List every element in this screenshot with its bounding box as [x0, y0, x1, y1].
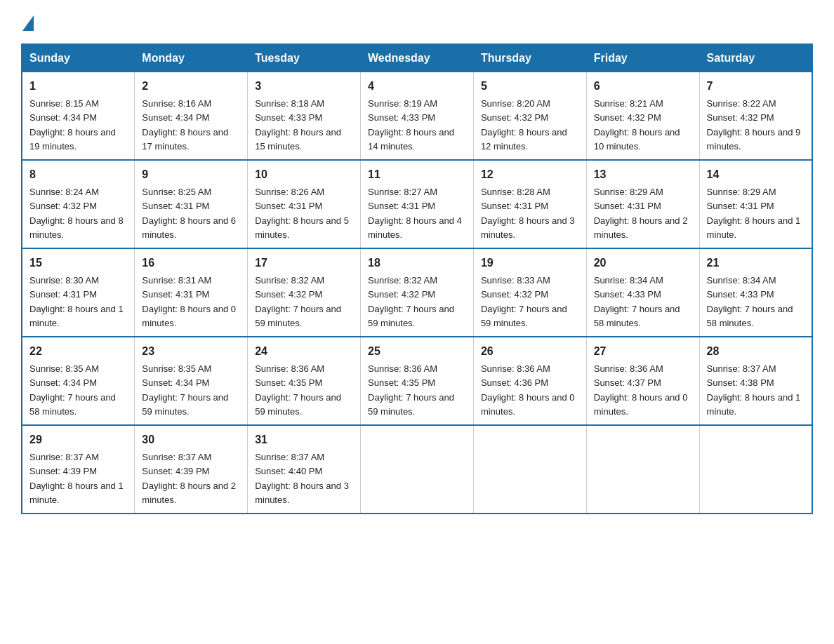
logo	[21, 14, 34, 31]
day-number: 29	[29, 431, 127, 448]
calendar-cell: 25Sunrise: 8:36 AMSunset: 4:35 PMDayligh…	[361, 337, 474, 425]
day-number: 5	[481, 78, 579, 95]
calendar-cell: 3Sunrise: 8:18 AMSunset: 4:33 PMDaylight…	[248, 72, 361, 161]
day-number: 27	[594, 343, 692, 360]
calendar-week-row: 8Sunrise: 8:24 AMSunset: 4:32 PMDaylight…	[22, 160, 812, 248]
day-info: Sunrise: 8:21 AMSunset: 4:32 PMDaylight:…	[594, 98, 680, 152]
day-number: 10	[255, 166, 353, 183]
day-number: 25	[368, 343, 466, 360]
calendar-cell: 10Sunrise: 8:26 AMSunset: 4:31 PMDayligh…	[248, 160, 361, 248]
calendar-week-row: 22Sunrise: 8:35 AMSunset: 4:34 PMDayligh…	[22, 337, 812, 425]
calendar-cell: 7Sunrise: 8:22 AMSunset: 4:32 PMDaylight…	[699, 72, 812, 161]
day-number: 2	[142, 78, 240, 95]
day-info: Sunrise: 8:36 AMSunset: 4:37 PMDaylight:…	[594, 363, 688, 417]
calendar-cell: 12Sunrise: 8:28 AMSunset: 4:31 PMDayligh…	[473, 160, 586, 248]
calendar-week-row: 15Sunrise: 8:30 AMSunset: 4:31 PMDayligh…	[22, 248, 812, 337]
day-number: 21	[707, 255, 805, 271]
calendar-cell: 6Sunrise: 8:21 AMSunset: 4:32 PMDaylight…	[586, 72, 699, 161]
day-info: Sunrise: 8:35 AMSunset: 4:34 PMDaylight:…	[142, 363, 228, 417]
day-info: Sunrise: 8:33 AMSunset: 4:32 PMDaylight:…	[481, 275, 567, 328]
calendar-cell: 30Sunrise: 8:37 AMSunset: 4:39 PMDayligh…	[135, 425, 248, 514]
day-info: Sunrise: 8:20 AMSunset: 4:32 PMDaylight:…	[481, 98, 567, 152]
calendar-cell: 2Sunrise: 8:16 AMSunset: 4:34 PMDaylight…	[135, 72, 248, 161]
calendar-header-row: SundayMondayTuesdayWednesdayThursdayFrid…	[22, 44, 812, 72]
calendar-cell: 29Sunrise: 8:37 AMSunset: 4:39 PMDayligh…	[22, 425, 135, 514]
day-info: Sunrise: 8:28 AMSunset: 4:31 PMDaylight:…	[481, 187, 575, 240]
day-number: 4	[368, 78, 466, 95]
calendar-cell: 24Sunrise: 8:36 AMSunset: 4:35 PMDayligh…	[248, 337, 361, 425]
day-info: Sunrise: 8:27 AMSunset: 4:31 PMDaylight:…	[368, 187, 462, 240]
day-number: 14	[707, 166, 805, 183]
calendar-cell: 5Sunrise: 8:20 AMSunset: 4:32 PMDaylight…	[473, 72, 586, 161]
logo-arrow-icon	[22, 15, 34, 31]
day-number: 12	[481, 166, 579, 183]
calendar-cell: 13Sunrise: 8:29 AMSunset: 4:31 PMDayligh…	[586, 160, 699, 248]
calendar-cell: 28Sunrise: 8:37 AMSunset: 4:38 PMDayligh…	[699, 337, 812, 425]
calendar-cell: 22Sunrise: 8:35 AMSunset: 4:34 PMDayligh…	[22, 337, 135, 425]
day-info: Sunrise: 8:26 AMSunset: 4:31 PMDaylight:…	[255, 187, 349, 240]
calendar-header-tuesday: Tuesday	[248, 44, 361, 72]
calendar-header-friday: Friday	[586, 44, 699, 72]
day-number: 7	[707, 78, 805, 95]
calendar-cell: 8Sunrise: 8:24 AMSunset: 4:32 PMDaylight…	[22, 160, 135, 248]
calendar-cell	[586, 425, 699, 514]
day-number: 9	[142, 166, 240, 183]
day-number: 16	[142, 255, 240, 271]
day-number: 19	[481, 255, 579, 271]
calendar-week-row: 29Sunrise: 8:37 AMSunset: 4:39 PMDayligh…	[22, 425, 812, 514]
day-number: 17	[255, 255, 353, 271]
calendar-cell: 15Sunrise: 8:30 AMSunset: 4:31 PMDayligh…	[22, 248, 135, 337]
day-number: 23	[142, 343, 240, 360]
day-info: Sunrise: 8:22 AMSunset: 4:32 PMDaylight:…	[707, 98, 801, 152]
day-number: 15	[29, 255, 127, 271]
day-info: Sunrise: 8:15 AMSunset: 4:34 PMDaylight:…	[29, 98, 116, 152]
day-info: Sunrise: 8:32 AMSunset: 4:32 PMDaylight:…	[255, 275, 341, 328]
day-number: 20	[594, 255, 692, 271]
calendar-cell: 16Sunrise: 8:31 AMSunset: 4:31 PMDayligh…	[135, 248, 248, 337]
calendar-header-sunday: Sunday	[22, 44, 135, 72]
day-info: Sunrise: 8:25 AMSunset: 4:31 PMDaylight:…	[142, 187, 236, 240]
calendar-header-thursday: Thursday	[473, 44, 586, 72]
day-number: 31	[255, 431, 353, 448]
day-number: 24	[255, 343, 353, 360]
day-number: 3	[255, 78, 353, 95]
calendar-cell: 1Sunrise: 8:15 AMSunset: 4:34 PMDaylight…	[22, 72, 135, 161]
calendar-cell	[699, 425, 812, 514]
calendar-cell	[473, 425, 586, 514]
calendar-header-wednesday: Wednesday	[361, 44, 474, 72]
calendar-cell	[361, 425, 474, 514]
calendar-cell: 18Sunrise: 8:32 AMSunset: 4:32 PMDayligh…	[361, 248, 474, 337]
calendar-cell: 9Sunrise: 8:25 AMSunset: 4:31 PMDaylight…	[135, 160, 248, 248]
day-info: Sunrise: 8:19 AMSunset: 4:33 PMDaylight:…	[368, 98, 454, 152]
calendar-header-saturday: Saturday	[699, 44, 812, 72]
day-number: 30	[142, 431, 240, 448]
calendar-cell: 21Sunrise: 8:34 AMSunset: 4:33 PMDayligh…	[699, 248, 812, 337]
day-number: 28	[707, 343, 805, 360]
day-info: Sunrise: 8:37 AMSunset: 4:40 PMDaylight:…	[255, 452, 349, 505]
calendar-cell: 14Sunrise: 8:29 AMSunset: 4:31 PMDayligh…	[699, 160, 812, 248]
day-info: Sunrise: 8:34 AMSunset: 4:33 PMDaylight:…	[594, 275, 680, 328]
day-info: Sunrise: 8:30 AMSunset: 4:31 PMDaylight:…	[29, 275, 124, 328]
day-number: 1	[29, 78, 127, 95]
calendar-cell: 17Sunrise: 8:32 AMSunset: 4:32 PMDayligh…	[248, 248, 361, 337]
day-info: Sunrise: 8:34 AMSunset: 4:33 PMDaylight:…	[707, 275, 793, 328]
calendar-cell: 20Sunrise: 8:34 AMSunset: 4:33 PMDayligh…	[586, 248, 699, 337]
day-number: 11	[368, 166, 466, 183]
day-number: 22	[29, 343, 127, 360]
day-info: Sunrise: 8:37 AMSunset: 4:38 PMDaylight:…	[707, 363, 801, 417]
calendar-cell: 11Sunrise: 8:27 AMSunset: 4:31 PMDayligh…	[361, 160, 474, 248]
day-number: 6	[594, 78, 692, 95]
calendar-cell: 27Sunrise: 8:36 AMSunset: 4:37 PMDayligh…	[586, 337, 699, 425]
day-info: Sunrise: 8:36 AMSunset: 4:36 PMDaylight:…	[481, 363, 575, 417]
calendar-cell: 19Sunrise: 8:33 AMSunset: 4:32 PMDayligh…	[473, 248, 586, 337]
day-info: Sunrise: 8:32 AMSunset: 4:32 PMDaylight:…	[368, 275, 454, 328]
day-info: Sunrise: 8:35 AMSunset: 4:34 PMDaylight:…	[29, 363, 116, 417]
day-info: Sunrise: 8:36 AMSunset: 4:35 PMDaylight:…	[255, 363, 341, 417]
day-number: 8	[29, 166, 127, 183]
calendar-table: SundayMondayTuesdayWednesdayThursdayFrid…	[21, 43, 813, 514]
day-info: Sunrise: 8:37 AMSunset: 4:39 PMDaylight:…	[142, 452, 236, 505]
day-info: Sunrise: 8:37 AMSunset: 4:39 PMDaylight:…	[29, 452, 124, 505]
calendar-week-row: 1Sunrise: 8:15 AMSunset: 4:34 PMDaylight…	[22, 72, 812, 161]
day-number: 13	[594, 166, 692, 183]
day-info: Sunrise: 8:36 AMSunset: 4:35 PMDaylight:…	[368, 363, 454, 417]
